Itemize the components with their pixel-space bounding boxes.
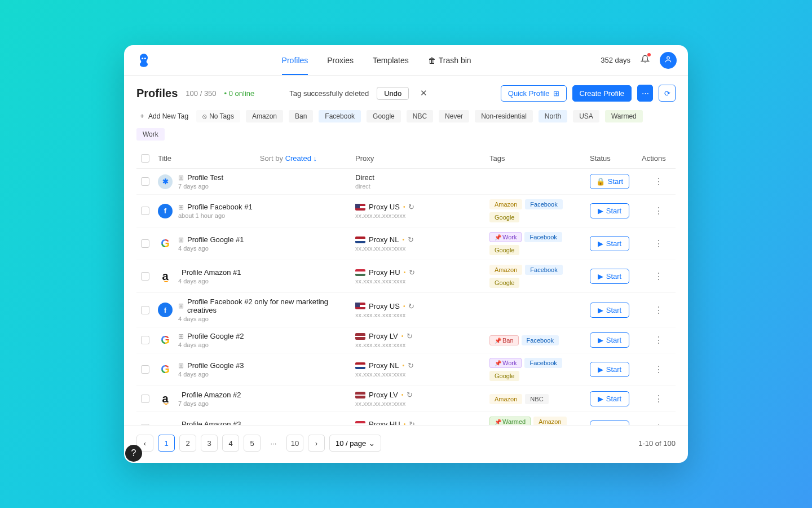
- tag-filter[interactable]: North: [539, 110, 567, 122]
- row-more-button[interactable]: ⋮: [642, 205, 676, 216]
- tag[interactable]: Google: [489, 245, 519, 255]
- profile-title[interactable]: Profile Amazon #2: [182, 391, 241, 399]
- start-button[interactable]: ▶Start: [590, 332, 629, 348]
- page-button[interactable]: 4: [222, 435, 239, 452]
- tag-filter[interactable]: Facebook: [319, 110, 361, 122]
- start-button[interactable]: ▶Start: [590, 303, 629, 318]
- start-button[interactable]: ▶Start: [590, 421, 629, 425]
- sort-control[interactable]: Sort by Created ↓: [260, 154, 317, 163]
- tag[interactable]: Facebook: [525, 199, 562, 209]
- tag-no-tags[interactable]: ⦸ No Tags: [196, 110, 240, 122]
- pin-icon: 📌: [495, 360, 501, 366]
- refresh-button[interactable]: ⟳: [659, 85, 676, 102]
- row-checkbox[interactable]: [141, 365, 149, 374]
- tag[interactable]: 📌Work: [489, 358, 522, 368]
- notifications-button[interactable]: [641, 55, 650, 65]
- page-next-button[interactable]: ›: [308, 435, 325, 452]
- tag[interactable]: 📌Work: [489, 232, 522, 242]
- reload-icon[interactable]: ↻: [408, 361, 414, 370]
- tag-filter[interactable]: NBC: [407, 110, 433, 122]
- row-more-button[interactable]: ⋮: [642, 393, 676, 404]
- row-more-button[interactable]: ⋮: [642, 238, 676, 249]
- tag[interactable]: 📌Warmed: [489, 417, 531, 425]
- tag[interactable]: Google: [489, 278, 519, 288]
- tag-filter[interactable]: Amazon: [246, 110, 283, 122]
- quick-profile-button[interactable]: Quick Profile ⊞: [501, 85, 567, 102]
- undo-button[interactable]: Undo: [377, 87, 409, 100]
- tag-filter[interactable]: Never: [439, 110, 469, 122]
- start-button[interactable]: 🔒Start: [590, 174, 629, 189]
- start-button[interactable]: ▶Start: [590, 236, 629, 251]
- tag-filter[interactable]: Non-residential: [475, 110, 533, 122]
- page-button[interactable]: 1: [158, 435, 175, 452]
- profile-title[interactable]: Profile Test: [187, 173, 223, 182]
- nav-templates[interactable]: Templates: [373, 46, 409, 75]
- row-more-button[interactable]: ⋮: [642, 271, 676, 282]
- profile-title[interactable]: Profile Amazon #3: [182, 420, 241, 425]
- tag[interactable]: Amazon: [489, 199, 522, 209]
- tag[interactable]: Google: [489, 212, 519, 222]
- tag[interactable]: Amazon: [489, 265, 522, 275]
- row-checkbox[interactable]: [141, 239, 149, 248]
- tag[interactable]: Amazon: [533, 417, 566, 425]
- create-profile-button[interactable]: Create Profile: [572, 85, 632, 102]
- row-checkbox[interactable]: [141, 336, 149, 344]
- profile-title[interactable]: Profile Google #1: [187, 235, 244, 244]
- avatar[interactable]: [660, 52, 677, 69]
- row-more-button[interactable]: ⋮: [642, 305, 676, 316]
- nav-proxies[interactable]: Proxies: [327, 46, 354, 75]
- profile-title[interactable]: Profile Facebook #2 only for new marketi…: [187, 297, 351, 314]
- select-all-checkbox[interactable]: [141, 154, 149, 163]
- tag[interactable]: Google: [489, 371, 519, 381]
- page-button[interactable]: 10: [286, 435, 303, 452]
- windows-icon: ⊞: [178, 203, 184, 211]
- facebook-icon: f: [158, 204, 173, 218]
- row-checkbox[interactable]: [141, 306, 149, 314]
- start-button[interactable]: ▶Start: [590, 269, 629, 284]
- create-profile-more-button[interactable]: ⋯: [637, 85, 653, 102]
- close-icon[interactable]: ✕: [417, 86, 431, 100]
- nav-trash[interactable]: 🗑 Trash bin: [428, 46, 471, 75]
- profile-title[interactable]: Profile Facebook #1: [187, 203, 253, 211]
- reload-icon[interactable]: ↻: [408, 235, 414, 244]
- profile-title[interactable]: Profile Amazon #1: [182, 268, 241, 277]
- row-checkbox[interactable]: [141, 272, 149, 281]
- tag-filter[interactable]: Ban: [289, 110, 313, 122]
- row-checkbox[interactable]: [141, 207, 149, 215]
- tag[interactable]: Facebook: [522, 335, 559, 345]
- start-button[interactable]: ▶Start: [590, 203, 629, 218]
- reload-icon[interactable]: ↻: [409, 268, 415, 277]
- flag-icon: [355, 362, 365, 369]
- reload-icon[interactable]: ↻: [407, 391, 413, 399]
- tag-filter[interactable]: Work: [136, 128, 165, 141]
- tag-filter[interactable]: Google: [367, 110, 401, 122]
- reload-icon[interactable]: ↻: [409, 420, 415, 425]
- tag[interactable]: NBC: [525, 394, 548, 404]
- tag[interactable]: Amazon: [489, 394, 522, 404]
- page-button[interactable]: 2: [179, 435, 196, 452]
- row-more-button[interactable]: ⋮: [642, 335, 676, 345]
- tag[interactable]: 📌Ban: [489, 335, 519, 345]
- row-more-button[interactable]: ⋮: [642, 364, 676, 375]
- nav-profiles[interactable]: Profiles: [282, 46, 308, 75]
- start-button[interactable]: ▶Start: [590, 362, 629, 377]
- row-checkbox[interactable]: [141, 395, 149, 403]
- reload-icon[interactable]: ↻: [408, 302, 414, 310]
- tag[interactable]: Facebook: [524, 232, 562, 242]
- tag[interactable]: Facebook: [524, 358, 562, 368]
- tag[interactable]: Facebook: [525, 265, 562, 275]
- reload-icon[interactable]: ↻: [408, 203, 414, 211]
- row-more-button[interactable]: ⋮: [642, 176, 676, 187]
- tag-filter[interactable]: Warmed: [605, 110, 643, 122]
- add-new-tag-button[interactable]: ＋ Add New Tag: [136, 110, 191, 122]
- help-button[interactable]: ?: [125, 445, 142, 462]
- profile-title[interactable]: Profile Google #2: [187, 332, 244, 340]
- reload-icon[interactable]: ↻: [407, 332, 413, 340]
- tag-filter[interactable]: USA: [573, 110, 599, 122]
- profile-title[interactable]: Profile Google #3: [187, 361, 244, 370]
- start-button[interactable]: ▶Start: [590, 391, 629, 406]
- page-button[interactable]: 5: [244, 435, 261, 452]
- row-checkbox[interactable]: [141, 177, 149, 186]
- page-button[interactable]: 3: [201, 435, 218, 452]
- page-size-select[interactable]: 10 / page ⌄: [329, 435, 381, 452]
